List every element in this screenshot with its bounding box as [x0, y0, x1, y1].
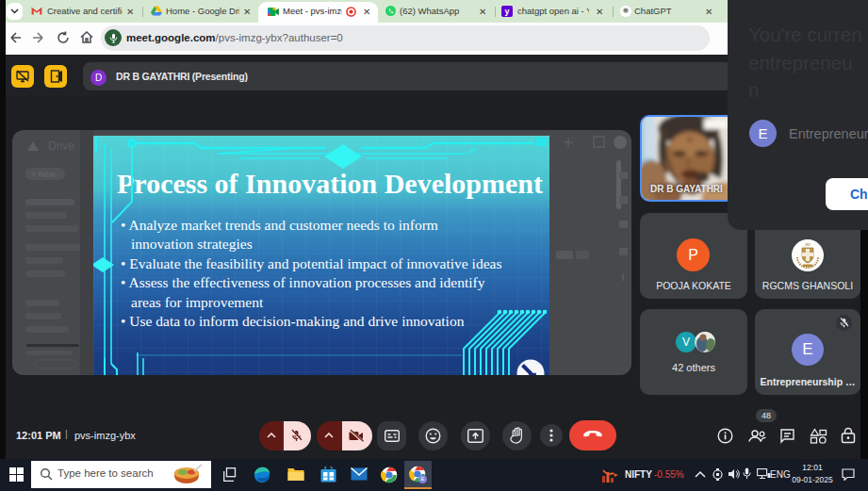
svg-text:JNT: JNT [805, 243, 811, 247]
svg-text:+ New: + New [31, 170, 56, 179]
svg-text:Drive: Drive [48, 139, 74, 153]
